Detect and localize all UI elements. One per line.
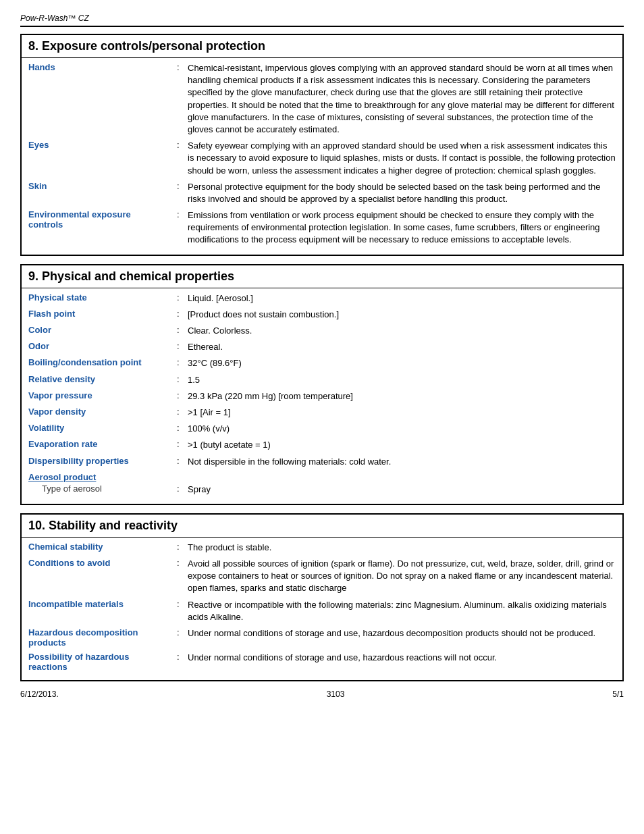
prop-row-type-aerosol: Type of aerosol : Spray [28,484,616,496]
value-eyes: Safety eyewear complying with an approve… [188,140,616,177]
label-vapor-density: Vapor density [28,407,177,417]
section-10-title: 10. Stability and reactivity [22,515,622,538]
label-skin: Skin [28,181,177,191]
value-physical-state: Liquid. [Aerosol.] [188,292,616,305]
value-color: Clear. Colorless. [188,325,616,337]
label-eyes: Eyes [28,140,177,150]
value-dispersibility: Not dispersible in the following materia… [188,456,616,468]
label-color: Color [28,325,177,335]
prop-row-relative-density: Relative density : 1.5 [28,374,616,386]
section-10: 10. Stability and reactivity Chemical st… [20,513,624,681]
prop-row-color: Color : Clear. Colorless. [28,325,616,337]
label-possibility-hazardous: Possibility of hazardousreactions [28,652,177,672]
prop-row-boiling-point: Boiling/condensation point : 32°C (89.6°… [28,357,616,369]
label-hazardous-decomp: Hazardous decompositionproducts [28,627,177,648]
prop-row-hands: Hands : Chemical-resistant, impervious g… [28,62,616,136]
value-hazardous-decomp: Under normal conditions of storage and u… [188,627,616,640]
label-boiling-point: Boiling/condensation point [28,357,177,367]
label-aerosol-product: Aerosol product [28,472,96,482]
prop-row-aerosol-product: Aerosol product [28,472,616,482]
section-9-title: 9. Physical and chemical properties [22,265,622,288]
value-flash-point: [Product does not sustain combustion.] [188,309,616,321]
value-evaporation-rate: >1 (butyl acetate = 1) [188,439,616,451]
value-relative-density: 1.5 [188,374,616,386]
value-incompatible-materials: Reactive or incompatible with the follow… [188,599,616,623]
value-env-exposure: Emissions from ventilation or work proce… [188,209,616,246]
section-8: 8. Exposure controls/personal protection… [20,34,624,256]
value-conditions-avoid: Avoid all possible sources of ignition (… [188,558,616,595]
label-relative-density: Relative density [28,374,177,384]
value-chemical-stability: The product is stable. [188,542,616,554]
label-evaporation-rate: Evaporation rate [28,439,177,449]
prop-row-volatility: Volatility : 100% (v/v) [28,423,616,435]
value-hands: Chemical-resistant, impervious gloves co… [188,62,616,136]
value-skin: Personal protective equipment for the bo… [188,181,616,205]
label-physical-state: Physical state [28,292,177,303]
prop-row-skin: Skin : Personal protective equipment for… [28,181,616,205]
label-vapor-pressure: Vapor pressure [28,390,177,400]
section-9-body: Physical state : Liquid. [Aerosol.] Flas… [22,288,622,504]
prop-row-flash-point: Flash point : [Product does not sustain … [28,309,616,321]
prop-row-vapor-pressure: Vapor pressure : 29.3 kPa (220 mm Hg) [r… [28,390,616,402]
label-dispersibility: Dispersibility properties [28,456,177,466]
prop-row-evaporation-rate: Evaporation rate : >1 (butyl acetate = 1… [28,439,616,451]
section-8-body: Hands : Chemical-resistant, impervious g… [22,58,622,255]
prop-row-chemical-stability: Chemical stability : The product is stab… [28,542,616,554]
prop-row-possibility-hazardous: Possibility of hazardousreactions : Unde… [28,652,616,672]
label-conditions-avoid: Conditions to avoid [28,558,177,568]
label-type-aerosol: Type of aerosol [42,484,177,494]
footer-doc-number: 3103 [327,689,345,699]
prop-row-physical-state: Physical state : Liquid. [Aerosol.] [28,292,616,305]
footer-page: 5/1 [612,689,624,699]
label-odor: Odor [28,341,177,351]
footer: 6/12/2013. 3103 5/1 [20,689,624,699]
section-8-title: 8. Exposure controls/personal protection [22,35,622,58]
label-hands: Hands [28,62,177,72]
value-volatility: 100% (v/v) [188,423,616,435]
prop-row-eyes: Eyes : Safety eyewear complying with an … [28,140,616,177]
product-name: Pow-R-Wash™ CZ [20,14,89,23]
footer-date: 6/12/2013. [20,689,59,699]
value-type-aerosol: Spray [188,484,616,496]
value-possibility-hazardous: Under normal conditions of storage and u… [188,652,616,664]
section-9: 9. Physical and chemical properties Phys… [20,264,624,505]
prop-row-env-exposure: Environmental exposurecontrols : Emissio… [28,209,616,246]
prop-row-hazardous-decomp: Hazardous decompositionproducts : Under … [28,627,616,648]
label-flash-point: Flash point [28,309,177,319]
label-env-exposure: Environmental exposurecontrols [28,209,177,230]
value-odor: Ethereal. [188,341,616,353]
value-vapor-density: >1 [Air = 1] [188,407,616,419]
prop-row-incompatible-materials: Incompatible materials : Reactive or inc… [28,599,616,623]
value-boiling-point: 32°C (89.6°F) [188,357,616,369]
prop-row-vapor-density: Vapor density : >1 [Air = 1] [28,407,616,419]
value-vapor-pressure: 29.3 kPa (220 mm Hg) [room temperature] [188,390,616,402]
prop-row-odor: Odor : Ethereal. [28,341,616,353]
prop-row-conditions-avoid: Conditions to avoid : Avoid all possible… [28,558,616,595]
label-incompatible-materials: Incompatible materials [28,599,177,609]
section-10-body: Chemical stability : The product is stab… [22,538,622,680]
label-volatility: Volatility [28,423,177,433]
prop-row-dispersibility: Dispersibility properties : Not dispersi… [28,456,616,468]
label-chemical-stability: Chemical stability [28,542,177,552]
doc-header: Pow-R-Wash™ CZ [20,14,624,27]
